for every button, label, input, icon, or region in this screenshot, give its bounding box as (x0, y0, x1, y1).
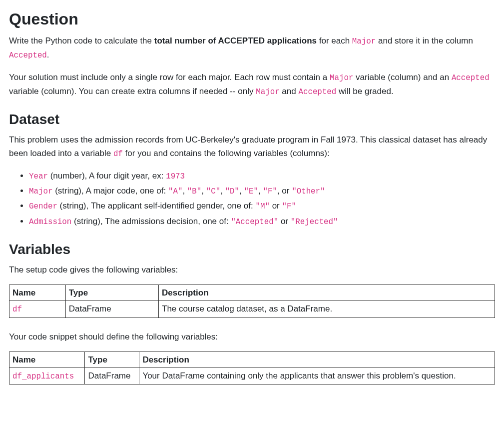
text: and store it in the column (376, 36, 473, 46)
define-variables-table: Name Type Description df_applicants Data… (9, 352, 495, 384)
cell-type: DataFrame (85, 368, 139, 384)
col-name: Name (9, 352, 85, 368)
code-major: Major (29, 187, 52, 196)
text: for each (317, 36, 352, 46)
question-paragraph-1: Write the Python code to calculate the t… (9, 34, 495, 62)
text: (string), The admissions decision, one o… (71, 216, 231, 226)
table-row: df DataFrame The course catalog dataset,… (9, 301, 495, 318)
table-header-row: Name Type Description (9, 285, 495, 301)
code-year-ex: 1973 (166, 172, 185, 181)
code-year: Year (29, 172, 48, 181)
text: or (278, 216, 291, 226)
text: will be graded. (336, 86, 393, 96)
code-val: "Rejected" (291, 218, 338, 226)
code-df-applicants: df_applicants (12, 372, 74, 381)
given-variables-table: Name Type Description df DataFrame The c… (9, 284, 495, 318)
text: and (280, 86, 299, 96)
text: , (201, 186, 206, 196)
text: variable (column) and an (353, 72, 452, 82)
variables-heading: Variables (9, 240, 495, 258)
variables-lead-1: The setup code gives the following varia… (9, 263, 495, 276)
text: , (239, 186, 244, 196)
code-accepted: Accepted (9, 51, 47, 60)
cell-name: df (9, 301, 66, 318)
text: variable (column). You can create extra … (9, 86, 256, 96)
variables-lead-2: Your code snippet should define the foll… (9, 330, 495, 344)
question-paragraph-2: Your solution must include only a single… (9, 70, 495, 99)
dataset-paragraph: This problem uses the admission records … (9, 133, 495, 160)
code-gender: Gender (29, 202, 57, 211)
col-type: Type (65, 285, 158, 301)
code-val: "B" (187, 187, 201, 196)
text: (string), The applicant self-identified … (57, 201, 256, 210)
code-val: "Accepted" (231, 218, 278, 226)
text: Your solution must include only a single… (9, 72, 330, 82)
text: (number), A four digit year, ex: (48, 171, 166, 180)
text: for you and contains the following varia… (123, 148, 330, 158)
table-header-row: Name Type Description (9, 352, 495, 368)
text: , (220, 186, 225, 196)
list-item: Year (number), A four digit year, ex: 19… (29, 169, 495, 183)
dataset-columns-list: Year (number), A four digit year, ex: 19… (9, 169, 495, 228)
cell-description: The course catalog dataset, as a DataFra… (159, 301, 495, 318)
code-major: Major (256, 88, 279, 96)
list-item: Major (string), A major code, one of: "A… (29, 184, 495, 198)
code-accepted: Accepted (452, 74, 490, 82)
code-admission: Admission (29, 218, 71, 226)
code-df: df (113, 150, 123, 158)
code-val: "A" (168, 187, 182, 196)
cell-type: DataFrame (65, 301, 158, 318)
code-accepted: Accepted (298, 88, 336, 96)
list-item: Admission (string), The admissions decis… (29, 214, 495, 228)
code-major: Major (330, 74, 353, 82)
code-val: "D" (225, 187, 239, 196)
code-val: "Other" (292, 187, 325, 196)
code-val: "E" (244, 187, 258, 196)
question-heading: Question (9, 9, 495, 29)
cell-description: Your DataFrame containing only the appli… (139, 368, 495, 384)
text: , or (277, 186, 292, 196)
text: or (270, 201, 282, 210)
code-df: df (12, 305, 22, 314)
bold-phrase: total number of ACCEPTED applications (154, 36, 317, 46)
code-val: "F" (282, 202, 296, 211)
col-description: Description (139, 352, 495, 368)
dataset-heading: Dataset (9, 110, 495, 128)
code-val: "C" (206, 187, 220, 196)
col-name: Name (9, 285, 66, 301)
text: (string), A major code, one of: (52, 186, 168, 196)
text: , (182, 186, 187, 196)
col-type: Type (85, 352, 139, 368)
code-val: "M" (255, 202, 269, 211)
col-description: Description (159, 285, 495, 301)
cell-name: df_applicants (9, 368, 85, 384)
table-row: df_applicants DataFrame Your DataFrame c… (9, 368, 495, 384)
code-major: Major (352, 37, 376, 46)
code-val: "F" (263, 187, 277, 196)
list-item: Gender (string), The applicant self-iden… (29, 199, 495, 213)
text: Write the Python code to calculate the (9, 36, 154, 46)
text: . (47, 50, 49, 60)
